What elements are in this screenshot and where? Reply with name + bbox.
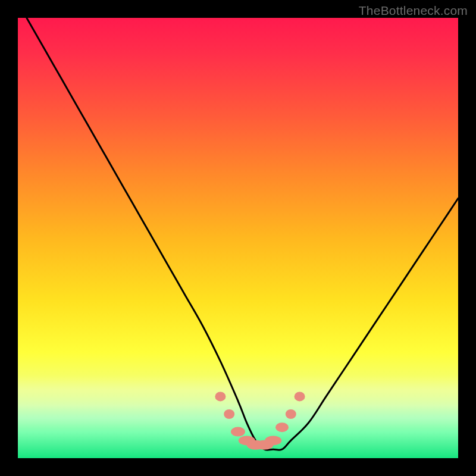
optimum-marker — [295, 392, 305, 401]
optimum-marker — [239, 436, 255, 445]
bottleneck-curve — [27, 18, 458, 450]
highlight-band — [18, 375, 458, 458]
optimum-markers — [215, 392, 305, 449]
watermark-text: TheBottleneck.com — [359, 4, 468, 18]
optimum-marker — [286, 409, 296, 419]
plot-area — [18, 18, 458, 458]
optimum-marker — [215, 392, 226, 401]
curve-layer — [18, 18, 458, 458]
optimum-marker — [224, 409, 234, 419]
optimum-marker — [247, 440, 265, 450]
optimum-marker — [231, 427, 245, 437]
optimum-marker — [255, 440, 273, 450]
optimum-marker — [265, 436, 281, 445]
optimum-marker — [275, 422, 289, 432]
chart-frame: TheBottleneck.com — [0, 0, 476, 476]
